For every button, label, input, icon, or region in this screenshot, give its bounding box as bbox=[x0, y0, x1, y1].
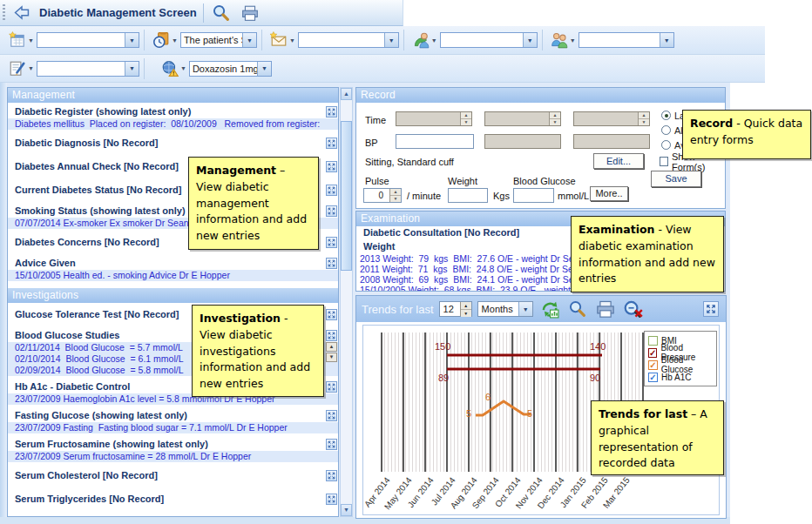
trends-period-stepper[interactable]: 12 ▲ ▼ bbox=[439, 301, 472, 317]
dropdown-caret-icon[interactable]: ▼ bbox=[570, 37, 576, 44]
legend-checkbox[interactable]: ✓ bbox=[648, 373, 658, 382]
message-combo[interactable]: ▼ bbox=[298, 32, 399, 48]
weight-field[interactable] bbox=[448, 188, 488, 203]
toolbar-grip[interactable] bbox=[3, 4, 5, 22]
legend-item-blood-glucose[interactable]: ✓Blood Glucose bbox=[648, 359, 716, 371]
combo-dropdown-icon[interactable]: ▼ bbox=[125, 62, 139, 76]
management-row-title[interactable]: Diabetic Diagnosis [No Record] bbox=[8, 131, 339, 153]
combo-dropdown-icon[interactable]: ▼ bbox=[518, 302, 532, 316]
patient-checkin-button[interactable] bbox=[412, 31, 430, 49]
patient-schedule-button[interactable] bbox=[152, 31, 170, 49]
spin-up-icon[interactable]: ▲ bbox=[550, 112, 560, 119]
scroll-down-icon[interactable]: ▼ bbox=[341, 504, 352, 516]
investigation-row-title[interactable]: Serum Cholesterol [No Record] bbox=[8, 464, 339, 486]
medication-combo[interactable]: Doxazosin 1mg ta... ▼ bbox=[189, 61, 272, 77]
schedule-combo[interactable]: The patient's S... ▼ bbox=[180, 32, 257, 48]
spin-up-icon[interactable]: ▲ bbox=[461, 112, 471, 119]
patient-group-button[interactable] bbox=[551, 31, 568, 49]
zoom-reset-button[interactable] bbox=[622, 299, 645, 319]
dropdown-caret-icon[interactable]: ▼ bbox=[289, 37, 295, 44]
spin-down-icon[interactable]: ▼ bbox=[550, 119, 560, 125]
expand-icon[interactable] bbox=[326, 309, 337, 320]
scroll-up-icon[interactable]: ▲ bbox=[341, 88, 352, 100]
combo-dropdown-icon[interactable]: ▼ bbox=[384, 33, 398, 47]
print-chart-button[interactable] bbox=[594, 299, 617, 319]
time-field-2[interactable]: ▲▼ bbox=[484, 111, 561, 126]
spin-down-icon[interactable]: ▼ bbox=[461, 119, 471, 125]
new-message-button[interactable] bbox=[270, 31, 288, 49]
add-note-button[interactable] bbox=[9, 60, 26, 77]
bp-field-1[interactable] bbox=[396, 134, 474, 149]
edit-button[interactable]: Edit... bbox=[593, 153, 644, 169]
medication-button[interactable] bbox=[161, 60, 179, 77]
search-button[interactable] bbox=[210, 3, 233, 24]
expand-icon[interactable] bbox=[326, 494, 337, 505]
expand-icon[interactable] bbox=[326, 106, 337, 118]
back-button[interactable] bbox=[10, 3, 33, 24]
expand-icon[interactable] bbox=[326, 237, 337, 248]
cuff-text: Sitting, Standard cuff bbox=[365, 157, 454, 167]
combo-dropdown-icon[interactable]: ▼ bbox=[257, 62, 271, 76]
left-panel-scrollbar[interactable]: ▲ ▼ bbox=[340, 87, 353, 517]
bp-field-2[interactable] bbox=[484, 134, 561, 149]
dropdown-caret-icon[interactable]: ▼ bbox=[431, 37, 437, 44]
legend-checkbox[interactable]: ✓ bbox=[648, 348, 657, 358]
print-button[interactable] bbox=[239, 3, 261, 24]
expand-icon[interactable] bbox=[326, 439, 337, 450]
combo-dropdown-icon[interactable]: ▼ bbox=[242, 33, 256, 47]
scrollbar-thumb[interactable] bbox=[341, 121, 352, 271]
dropdown-caret-icon[interactable]: ▼ bbox=[28, 65, 34, 71]
management-row-title[interactable]: Advice Given bbox=[8, 254, 339, 270]
investigation-row-title[interactable]: Fasting Glucose (showing latest only) bbox=[8, 406, 339, 422]
spin-up-icon[interactable]: ▲ bbox=[390, 189, 401, 196]
radio-button[interactable] bbox=[661, 111, 671, 120]
expand-icon[interactable] bbox=[326, 381, 337, 393]
investigation-row-title[interactable]: Serum Triglycerides [No Record] bbox=[8, 487, 339, 509]
checkin-combo[interactable]: ▼ bbox=[440, 32, 538, 48]
expand-icon[interactable] bbox=[326, 258, 337, 269]
spin-down-icon[interactable]: ▼ bbox=[390, 196, 401, 202]
combo-dropdown-icon[interactable]: ▼ bbox=[660, 33, 673, 47]
dropdown-caret-icon[interactable]: ▼ bbox=[172, 37, 178, 44]
time-field-1[interactable]: ▲▼ bbox=[396, 111, 472, 126]
pulse-stepper[interactable]: 0 ▲▼ bbox=[363, 188, 402, 203]
note-combo[interactable]: ▼ bbox=[37, 61, 139, 77]
bp-field-3[interactable] bbox=[573, 134, 650, 149]
dropdown-caret-icon[interactable]: ▼ bbox=[28, 37, 34, 44]
investigation-row-title[interactable]: Serum Fructosamine (showing latest only) bbox=[8, 435, 339, 451]
expand-icon[interactable] bbox=[326, 161, 337, 172]
radio-button[interactable] bbox=[661, 140, 671, 150]
expand-icon[interactable] bbox=[326, 470, 337, 481]
spin-up-icon[interactable]: ▲ bbox=[461, 302, 471, 310]
show-forms-checkbox[interactable] bbox=[660, 157, 668, 166]
legend-checkbox[interactable] bbox=[648, 336, 658, 346]
expand-chart-icon[interactable] bbox=[703, 301, 719, 317]
spin-down-icon[interactable]: ▼ bbox=[461, 310, 471, 317]
scroll-up-icon[interactable]: ▲ bbox=[326, 342, 337, 352]
more-button[interactable]: More.. bbox=[590, 186, 628, 201]
expand-icon[interactable] bbox=[326, 330, 337, 341]
time-field-3[interactable]: ▲▼ bbox=[573, 111, 650, 126]
blood-glucose-field[interactable] bbox=[513, 188, 554, 203]
dropdown-caret-icon[interactable]: ▼ bbox=[180, 65, 186, 71]
legend-checkbox[interactable]: ✓ bbox=[648, 360, 658, 370]
trends-unit-select[interactable]: Months ▼ bbox=[477, 301, 533, 317]
spin-down-icon[interactable]: ▼ bbox=[639, 119, 649, 125]
group-combo[interactable]: ▼ bbox=[579, 32, 674, 48]
investigation-row-title[interactable]: Thyroid Function [No Record] bbox=[8, 511, 339, 517]
expand-icon[interactable] bbox=[326, 138, 337, 149]
expand-icon[interactable] bbox=[326, 185, 337, 196]
combo-dropdown-icon[interactable]: ▼ bbox=[125, 33, 139, 47]
expand-icon[interactable] bbox=[326, 410, 337, 421]
refresh-chart-button[interactable] bbox=[538, 299, 561, 319]
expand-icon[interactable] bbox=[326, 205, 337, 217]
spin-up-icon[interactable]: ▲ bbox=[639, 112, 649, 119]
scroll-down-icon[interactable]: ▼ bbox=[326, 353, 337, 362]
combo-dropdown-icon[interactable]: ▼ bbox=[523, 33, 537, 47]
save-button[interactable]: Save bbox=[651, 171, 701, 187]
new-appointment-button[interactable] bbox=[9, 31, 26, 49]
zoom-button[interactable] bbox=[566, 299, 589, 319]
radio-button[interactable] bbox=[661, 125, 671, 135]
appointment-combo[interactable]: ▼ bbox=[37, 32, 139, 48]
management-row-title[interactable]: Diabetic Register (showing latest only) bbox=[8, 103, 339, 118]
